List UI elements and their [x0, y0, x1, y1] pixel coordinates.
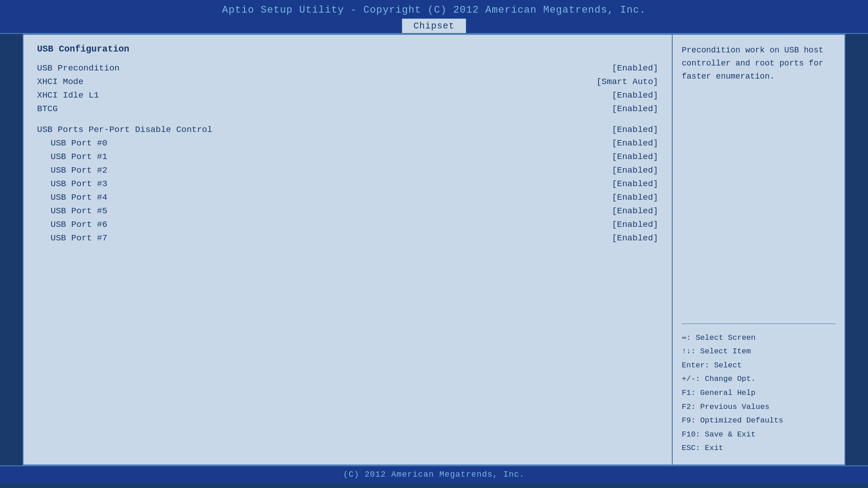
footer-text: (C) 2012 American Megatrends, Inc.	[343, 470, 524, 479]
label-port-7: USB Port #7	[37, 233, 107, 243]
divider	[682, 324, 835, 324]
label-xhci-mode: XHCI Mode	[37, 77, 84, 87]
row-port-3[interactable]: USB Port #3[Enabled]	[37, 179, 658, 189]
label-xhci-idle: XHCI Idle L1	[37, 90, 99, 100]
value-port-0: [Enabled]	[612, 138, 658, 148]
row-xhci-idle[interactable]: XHCI Idle L1 [Enabled]	[37, 90, 658, 100]
row-port-4[interactable]: USB Port #4[Enabled]	[37, 192, 658, 202]
shortcut-item-0: ⇔: Select Screen	[682, 331, 835, 345]
value-port-2: [Enabled]	[612, 165, 658, 175]
row-port-0[interactable]: USB Port #0[Enabled]	[37, 138, 658, 148]
shortcut-item-2: Enter: Select	[682, 359, 835, 373]
footer-bar: (C) 2012 American Megatrends, Inc.	[0, 465, 868, 483]
shortcut-item-7: F10: Save & Exit	[682, 428, 835, 442]
right-panel: Precondition work on USB host controller…	[673, 35, 844, 465]
value-port-4: [Enabled]	[612, 192, 658, 202]
row-btcg[interactable]: BTCG [Enabled]	[37, 104, 658, 114]
shortcut-item-3: +/-: Change Opt.	[682, 372, 835, 386]
row-port-7[interactable]: USB Port #7[Enabled]	[37, 233, 658, 243]
shortcut-item-8: ESC: Exit	[682, 441, 835, 455]
help-text: Precondition work on USB host controller…	[682, 44, 835, 83]
value-usb-precondition: [Enabled]	[612, 63, 658, 73]
label-port-0: USB Port #0	[37, 138, 107, 148]
shortcut-item-1: ↑↓: Select Item	[682, 345, 835, 359]
header-bar: Aptio Setup Utility - Copyright (C) 2012…	[0, 0, 868, 34]
shortcut-item-5: F2: Previous Values	[682, 400, 835, 414]
row-ports-control[interactable]: USB Ports Per-Port Disable Control [Enab…	[37, 125, 658, 135]
main-content: USB Configuration USB Precondition [Enab…	[23, 34, 845, 465]
row-port-6[interactable]: USB Port #6[Enabled]	[37, 220, 658, 230]
shortcut-item-6: F9: Optimized Defaults	[682, 414, 835, 428]
label-port-2: USB Port #2	[37, 165, 107, 175]
label-port-3: USB Port #3	[37, 179, 107, 189]
label-port-4: USB Port #4	[37, 192, 107, 202]
row-port-2[interactable]: USB Port #2[Enabled]	[37, 165, 658, 175]
row-usb-precondition[interactable]: USB Precondition [Enabled]	[37, 63, 658, 73]
label-port-6: USB Port #6	[37, 220, 107, 230]
left-panel: USB Configuration USB Precondition [Enab…	[24, 35, 673, 465]
header-title: Aptio Setup Utility - Copyright (C) 2012…	[0, 5, 868, 18]
label-usb-precondition: USB Precondition	[37, 63, 119, 73]
value-port-6: [Enabled]	[612, 220, 658, 230]
shortcut-item-4: F1: General Help	[682, 386, 835, 400]
row-port-5[interactable]: USB Port #5[Enabled]	[37, 206, 658, 216]
label-port-5: USB Port #5	[37, 206, 107, 216]
ports-list: USB Port #0[Enabled]USB Port #1[Enabled]…	[37, 138, 658, 243]
row-port-1[interactable]: USB Port #1[Enabled]	[37, 152, 658, 162]
value-port-7: [Enabled]	[612, 233, 658, 243]
label-ports-control: USB Ports Per-Port Disable Control	[37, 125, 212, 135]
value-btcg: [Enabled]	[612, 104, 658, 114]
value-port-5: [Enabled]	[612, 206, 658, 216]
shortcuts-list: ⇔: Select Screen↑↓: Select ItemEnter: Se…	[682, 331, 835, 455]
value-ports-control: [Enabled]	[612, 125, 658, 135]
value-xhci-idle: [Enabled]	[612, 90, 658, 100]
label-port-1: USB Port #1	[37, 152, 107, 162]
value-port-3: [Enabled]	[612, 179, 658, 189]
tab-bar: Chipset	[0, 19, 868, 33]
section-title: USB Configuration	[37, 44, 658, 54]
value-port-1: [Enabled]	[612, 152, 658, 162]
value-xhci-mode: [Smart Auto]	[596, 77, 658, 87]
tab-chipset[interactable]: Chipset	[402, 19, 466, 33]
label-btcg: BTCG	[37, 104, 58, 114]
row-xhci-mode[interactable]: XHCI Mode [Smart Auto]	[37, 77, 658, 87]
